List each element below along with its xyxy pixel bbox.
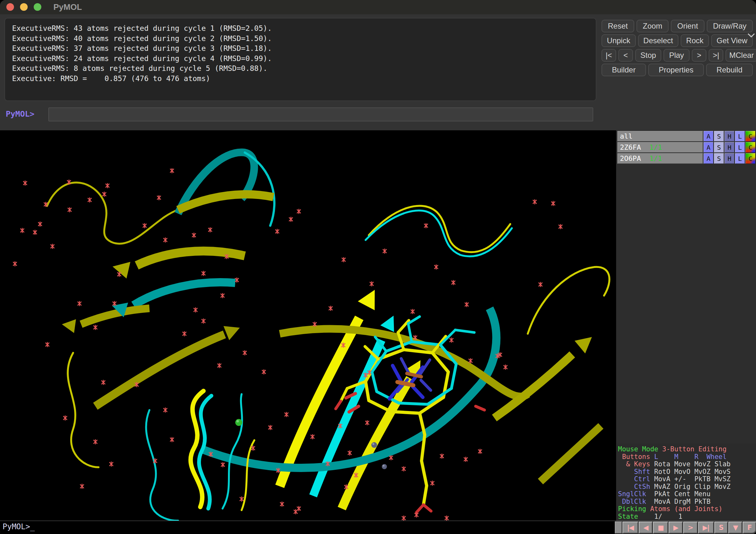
close-window-button[interactable] (6, 3, 14, 11)
mclear-button[interactable]: MClear (725, 49, 756, 62)
orient-button[interactable]: Orient (671, 20, 704, 32)
stop-button[interactable]: ■ (653, 521, 668, 533)
beta-arrowhead (380, 312, 400, 332)
unpick-button[interactable]: Unpick (602, 34, 636, 47)
object-a-menu-button[interactable]: A (704, 142, 714, 152)
zoom-window-button[interactable] (34, 3, 41, 11)
builder-button[interactable]: Builder (602, 64, 646, 76)
water-cross (88, 198, 92, 202)
mouse-mode-line: Buttons L M R Wheel (618, 453, 756, 461)
water-cross (413, 335, 417, 340)
object-c-menu-button[interactable]: C (745, 142, 755, 152)
heme-stick (451, 364, 456, 388)
properties-button[interactable]: Properties (648, 64, 704, 76)
object-c-menu-button[interactable]: C (745, 131, 755, 142)
water-cross (451, 280, 455, 285)
water-cross (217, 363, 221, 368)
water-cross (424, 223, 428, 228)
heme-stick (423, 486, 427, 505)
water-cross (383, 249, 387, 254)
ribbon (134, 282, 235, 305)
ion-sphere (371, 442, 377, 448)
menu-down-button[interactable]: ▼ (728, 521, 742, 533)
water-cross (157, 195, 161, 200)
object-l-menu-button[interactable]: L (735, 131, 745, 142)
object-s-menu-button[interactable]: S (714, 153, 724, 164)
water-cross (192, 233, 196, 238)
ribbon (178, 194, 273, 210)
object-name-2z6fa[interactable]: 2Z6FA 1/1 (617, 142, 703, 152)
water-cross (389, 455, 393, 460)
water-cross (262, 369, 266, 374)
zoom-button[interactable]: Zoom (636, 20, 668, 32)
get-view-button[interactable]: Get View (711, 34, 753, 47)
bottom-bar: PyMOL>_ |◀◀■▶>▶|S▼F (0, 521, 756, 534)
water-cross (78, 301, 81, 306)
water-cross (51, 244, 54, 249)
object-h-menu-button[interactable]: H (724, 153, 734, 164)
beta-arrowhead (61, 317, 76, 333)
ribbon (95, 334, 225, 406)
water-cross (402, 516, 406, 521)
water-cross (94, 325, 97, 330)
chevron-down-icon[interactable] (747, 33, 755, 38)
step-forward-button[interactable]: > (683, 521, 697, 533)
status-prompt: PyMOL>_ (3, 522, 35, 531)
rock-button[interactable]: Rock (681, 34, 709, 47)
deselect-button[interactable]: Deselect (638, 34, 679, 47)
water-cross (109, 462, 113, 467)
water-cross (365, 420, 369, 425)
water-cross (284, 412, 288, 417)
sphere-highlight (372, 443, 374, 445)
reset-button[interactable]: Reset (602, 20, 634, 32)
molecular-viewport[interactable] (0, 130, 616, 521)
play-button[interactable]: ▶ (668, 521, 682, 533)
object-c-menu-button[interactable]: C (745, 153, 755, 164)
scene-button[interactable]: S (715, 521, 728, 533)
console-line: ExecutiveRMS: 40 atoms rejected during c… (12, 34, 596, 44)
transport-grip[interactable] (615, 521, 622, 533)
water-cross (415, 512, 418, 518)
object-s-menu-button[interactable]: S (714, 131, 724, 142)
draw-ray-button[interactable]: Draw/Ray (707, 20, 753, 32)
heme-stick (417, 505, 423, 512)
mouse-mode-panel: Mouse Mode 3-Button Editing Buttons L M … (616, 444, 756, 521)
sphere-highlight (236, 420, 239, 422)
object-name-all[interactable]: all (617, 131, 703, 142)
object-h-menu-button[interactable]: H (724, 142, 734, 152)
object-name-2o6pa[interactable]: 2O6PA 1/1 (617, 153, 703, 164)
--button[interactable]: < (618, 49, 633, 62)
go-to-start-button[interactable]: |◀ (622, 521, 638, 533)
water-cross (539, 282, 542, 287)
stop-button[interactable]: Stop (635, 49, 661, 62)
ribbon (242, 440, 254, 510)
mouse-mode-line: Shft RotO MovO MvOZ MovS (618, 468, 756, 476)
water-cross (469, 358, 472, 363)
water-cross (294, 509, 298, 514)
heme-stick (423, 505, 431, 511)
minimize-window-button[interactable] (20, 3, 28, 11)
--button[interactable]: |< (602, 49, 616, 62)
object-a-menu-button[interactable]: A (704, 153, 714, 164)
ribbon (68, 353, 98, 467)
--button[interactable]: > (692, 49, 706, 62)
water-cross (221, 293, 225, 298)
object-h-menu-button[interactable]: H (724, 131, 734, 142)
window-title: PyMOL (53, 0, 82, 14)
play-button[interactable]: Play (663, 49, 689, 62)
object-l-menu-button[interactable]: L (735, 142, 745, 152)
heme-stick (421, 461, 427, 486)
water-cross (143, 223, 147, 228)
rebuild-button[interactable]: Rebuild (706, 64, 753, 76)
--button[interactable]: >| (709, 49, 723, 62)
object-s-menu-button[interactable]: S (714, 142, 724, 152)
command-input[interactable] (48, 107, 593, 121)
object-l-menu-button[interactable]: L (735, 153, 745, 164)
water-cross (20, 228, 24, 233)
water-cross (194, 307, 198, 312)
go-to-end-button[interactable]: ▶| (698, 521, 714, 533)
water-cross (402, 466, 406, 471)
step-back-button[interactable]: ◀ (639, 521, 652, 533)
fullscreen-button[interactable]: F (742, 521, 756, 533)
object-a-menu-button[interactable]: A (704, 131, 714, 142)
